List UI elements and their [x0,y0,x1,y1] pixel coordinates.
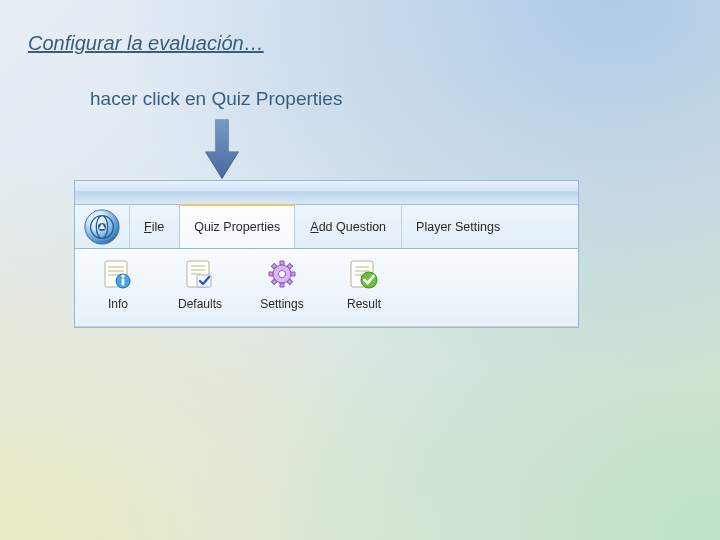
ribbon-toolbar: Info Defaults [75,249,578,327]
toolbar-result[interactable]: Result [325,255,403,311]
svg-point-7 [278,270,285,277]
tab-add-question-label: Add Question [310,220,386,234]
settings-icon [265,257,299,291]
svg-rect-3 [122,279,125,286]
tab-quiz-properties[interactable]: Quiz Properties [179,204,295,248]
result-icon [347,257,381,291]
slide-title: Configurar la evaluación… [28,32,264,55]
toolbar-defaults-label: Defaults [178,297,222,311]
defaults-icon [183,257,217,291]
toolbar-result-label: Result [347,297,381,311]
arrow-down-icon [202,118,242,180]
toolbar-defaults[interactable]: Defaults [161,255,239,311]
tab-player-settings[interactable]: Player Settings [401,205,515,248]
window-titlebar [75,181,578,205]
tab-player-settings-label: Player Settings [416,220,500,234]
ribbon-tabs: File Quiz Properties Add Question Player… [75,205,578,249]
toolbar-info-label: Info [108,297,128,311]
app-window: File Quiz Properties Add Question Player… [74,180,579,328]
tab-file[interactable]: File [129,205,179,248]
toolbar-settings-label: Settings [260,297,303,311]
tab-add-question[interactable]: Add Question [295,205,401,248]
app-orb-icon [83,208,121,246]
svg-point-4 [121,275,124,278]
app-orb-button[interactable] [75,205,129,248]
tab-quiz-properties-label: Quiz Properties [194,220,280,234]
slide-instruction: hacer click en Quiz Properties [90,88,342,110]
toolbar-info[interactable]: Info [79,255,157,311]
info-icon [101,257,135,291]
toolbar-settings[interactable]: Settings [243,255,321,311]
tab-file-label: File [144,220,164,234]
